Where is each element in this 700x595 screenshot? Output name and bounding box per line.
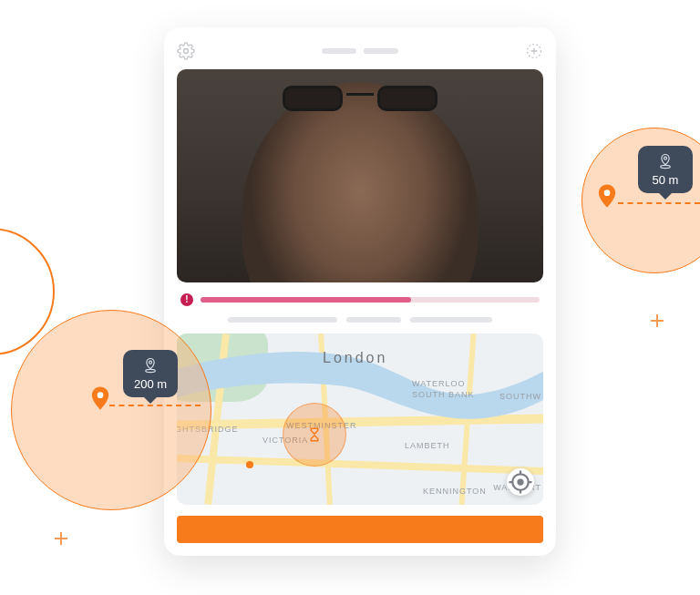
header-placeholder [322, 48, 398, 54]
device-header [177, 40, 543, 62]
map-label: WATERLOO [412, 379, 466, 388]
profile-photo[interactable] [177, 69, 543, 282]
svg-point-9 [661, 165, 671, 168]
sparkle-icon [55, 532, 67, 545]
svg-point-6 [146, 369, 156, 372]
range-value: 200 m [134, 377, 167, 391]
range-tooltip: 200 m [123, 350, 178, 397]
distance-slider[interactable]: ! [177, 293, 543, 306]
sparkle-icon [651, 314, 664, 327]
svg-point-3 [519, 480, 523, 485]
range-dash [109, 405, 201, 406]
pin-icon [598, 184, 616, 208]
range-value: 50 m [653, 173, 679, 187]
range-callout-right: 50 m [518, 118, 700, 282]
range-tooltip: 50 m [638, 146, 693, 193]
range-dash [618, 202, 700, 204]
add-icon[interactable] [525, 42, 543, 60]
geofence-zone[interactable] [283, 403, 346, 467]
map-label: SOUTH BANK [412, 390, 475, 399]
alert-badge-icon: ! [180, 293, 193, 306]
map-label: KENNINGTON [423, 487, 487, 496]
map-label: LAMBETH [405, 441, 450, 450]
range-callout-left: 200 m [0, 310, 255, 528]
location-radius-icon [142, 357, 159, 374]
map-label: SOUTHW [499, 392, 541, 401]
svg-point-7 [604, 190, 611, 196]
svg-point-4 [98, 392, 104, 398]
svg-point-8 [664, 157, 667, 159]
pin-icon [91, 386, 109, 410]
slider-track[interactable] [201, 297, 540, 303]
svg-point-5 [149, 361, 152, 364]
locate-me-button[interactable] [507, 468, 534, 496]
location-radius-icon [657, 153, 674, 169]
svg-point-0 [184, 49, 189, 54]
range-disc [11, 310, 211, 510]
gear-icon[interactable] [177, 42, 195, 60]
map-label-city: London [323, 350, 387, 366]
hourglass-icon [306, 426, 323, 443]
